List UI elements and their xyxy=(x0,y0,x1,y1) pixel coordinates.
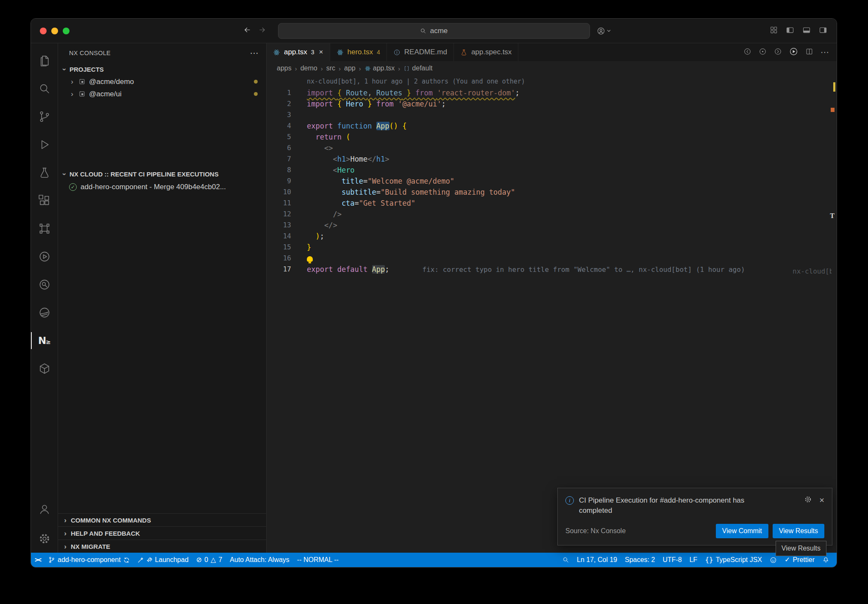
code-content[interactable]: <Hero xyxy=(307,165,837,176)
code-line[interactable]: 6 <> xyxy=(267,143,837,154)
code-line[interactable]: 4export function App() { xyxy=(267,120,837,131)
code-content[interactable]: <h1>Home</h1> xyxy=(307,154,837,165)
line-number[interactable]: 11 xyxy=(267,198,307,209)
history-back-button[interactable] xyxy=(243,26,251,36)
code-line[interactable]: 1import { Route, Routes } from 'react-ro… xyxy=(267,87,837,98)
breadcrumb-item[interactable]: apps xyxy=(277,64,292,72)
code-line[interactable]: 5 return ( xyxy=(267,131,837,143)
toggle-panel-icon[interactable] xyxy=(802,26,811,36)
source-control-icon[interactable] xyxy=(31,103,58,131)
encoding-status[interactable]: UTF-8 xyxy=(659,553,685,567)
eol-status[interactable]: LF xyxy=(686,553,701,567)
package-icon[interactable] xyxy=(31,355,58,383)
toggle-secondary-sidebar-icon[interactable] xyxy=(819,26,827,36)
code-line[interactable]: 16 xyxy=(267,253,837,264)
line-number[interactable]: 16 xyxy=(267,253,307,264)
history-forward-button[interactable] xyxy=(258,26,266,36)
project-item-acme-ui[interactable]: › @acme/ui xyxy=(58,88,266,100)
edge-tools-icon[interactable] xyxy=(31,299,58,327)
pipeline-execution-item[interactable]: ✓ add-hero-component - Merge 409b4e4cb02… xyxy=(58,180,266,193)
view-results-button[interactable]: View Results xyxy=(773,524,824,538)
section-projects[interactable]: › PROJECTS xyxy=(58,63,266,76)
code-content[interactable]: </> xyxy=(307,220,837,231)
line-number[interactable]: 15 xyxy=(267,242,307,253)
line-number[interactable]: 10 xyxy=(267,187,307,198)
close-icon[interactable]: × xyxy=(319,48,323,56)
notification-settings-gear-icon[interactable] xyxy=(804,495,812,505)
infrastructure-icon[interactable] xyxy=(31,215,58,243)
line-number[interactable]: 2 xyxy=(267,98,307,109)
profile-menu[interactable] xyxy=(597,27,611,35)
line-number[interactable]: 13 xyxy=(267,220,307,231)
command-center-search[interactable]: acme xyxy=(278,23,590,39)
tab-app-tsx[interactable]: app.tsx 3 × xyxy=(267,43,330,61)
line-number[interactable]: 7 xyxy=(267,154,307,165)
code-content[interactable]: import { Route, Routes } from 'react-rou… xyxy=(307,87,837,98)
indentation-status[interactable]: Spaces: 2 xyxy=(621,553,659,567)
tab-hero-tsx[interactable]: hero.tsx 4 xyxy=(330,43,387,61)
code-content[interactable]: cta="Get Started" xyxy=(307,198,837,209)
testing-icon[interactable] xyxy=(31,159,58,187)
section-help-and-feedback[interactable]: › HELP AND FEEDBACK xyxy=(58,526,266,540)
settings-gear-icon[interactable] xyxy=(31,525,58,553)
line-number[interactable]: 12 xyxy=(267,209,307,220)
line-number[interactable]: 17 xyxy=(267,264,307,275)
code-line[interactable]: 8 <Hero xyxy=(267,165,837,176)
line-number[interactable]: 4 xyxy=(267,120,307,131)
accounts-icon[interactable] xyxy=(31,497,58,525)
code-editor[interactable]: nx-cloud[bot], 1 hour ago | 2 authors (Y… xyxy=(267,76,837,553)
code-content[interactable]: ); xyxy=(307,231,837,242)
code-content[interactable]: export function App() { xyxy=(307,120,837,131)
notification-close-icon[interactable]: × xyxy=(819,495,824,505)
section-nx-migrate[interactable]: › NX MIGRATE xyxy=(58,540,266,553)
line-number[interactable]: 9 xyxy=(267,176,307,187)
nav-back-icon[interactable] xyxy=(743,48,751,57)
extensions-icon[interactable] xyxy=(31,187,58,215)
cursor-position-status[interactable]: Ln 17, Col 19 xyxy=(573,553,621,567)
code-line[interactable]: 15} xyxy=(267,242,837,253)
code-line[interactable]: 10 subtitle="Build something amazing tod… xyxy=(267,187,837,198)
search-sidebar-icon[interactable] xyxy=(31,75,58,103)
nx-console-icon[interactable]: N≥ xyxy=(31,327,58,355)
play-circle-icon[interactable] xyxy=(31,243,58,271)
code-content[interactable] xyxy=(307,253,837,264)
code-line[interactable]: 2import { Hero } from '@acme/ui'; xyxy=(267,98,837,109)
run-debug-icon[interactable] xyxy=(31,131,58,159)
git-branch-status[interactable]: add-hero-component xyxy=(45,553,134,567)
code-content[interactable]: <> xyxy=(307,143,837,154)
maximize-window-button[interactable] xyxy=(63,28,70,34)
breadcrumb-item-symbol[interactable]: default xyxy=(403,64,432,72)
line-number[interactable]: 5 xyxy=(267,131,307,143)
code-content[interactable]: subtitle="Build something amazing today" xyxy=(307,187,837,198)
nav-forward-icon[interactable] xyxy=(774,48,782,57)
zoom-indicator[interactable] xyxy=(559,553,573,567)
line-number[interactable]: 6 xyxy=(267,143,307,154)
code-line[interactable]: 3 xyxy=(267,109,837,120)
toggle-sidebar-icon[interactable] xyxy=(786,26,794,36)
project-item-acme-demo[interactable]: › @acme/demo xyxy=(58,76,266,88)
language-mode-status[interactable]: {} TypeScript JSX xyxy=(701,553,766,567)
line-number[interactable]: 14 xyxy=(267,231,307,242)
code-content[interactable]: export default App;fix: correct typo in … xyxy=(307,264,837,275)
code-content[interactable]: import { Hero } from '@acme/ui'; xyxy=(307,98,837,109)
minimize-window-button[interactable] xyxy=(51,28,58,34)
section-nx-cloud[interactable]: › NX CLOUD :: RECENT CI PIPELINE EXECUTI… xyxy=(58,168,266,180)
code-content[interactable] xyxy=(307,109,837,120)
line-number[interactable]: 8 xyxy=(267,165,307,176)
code-line[interactable]: 12 /> xyxy=(267,209,837,220)
code-content[interactable]: } xyxy=(307,242,837,253)
code-line[interactable]: 13 </> xyxy=(267,220,837,231)
run-file-icon[interactable] xyxy=(789,47,798,58)
view-commit-button[interactable]: View Commit xyxy=(716,524,768,538)
launchpad-status[interactable]: Launchpad xyxy=(134,553,192,567)
more-actions-icon[interactable]: ⋯ xyxy=(250,48,259,58)
code-content[interactable]: title="Welcome @acme/demo" xyxy=(307,176,837,187)
code-search-icon[interactable] xyxy=(31,271,58,299)
lightbulb-icon[interactable] xyxy=(307,256,313,262)
breadcrumb-item[interactable]: src xyxy=(326,64,335,72)
section-common-nx-commands[interactable]: › COMMON NX COMMANDS xyxy=(58,513,266,526)
breadcrumb-item[interactable]: app xyxy=(344,64,356,72)
vim-mode-status[interactable]: -- NORMAL -- xyxy=(293,553,342,567)
code-line[interactable]: 9 title="Welcome @acme/demo" xyxy=(267,176,837,187)
split-editor-icon[interactable] xyxy=(805,48,813,57)
